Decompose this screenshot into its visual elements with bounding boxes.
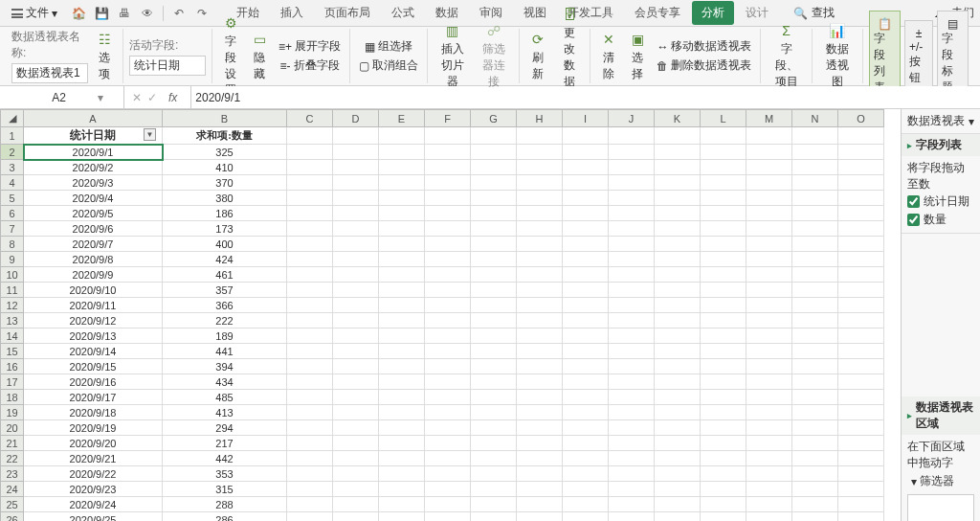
- row-header[interactable]: 13: [1, 313, 24, 328]
- row-header[interactable]: 16: [1, 359, 24, 374]
- cell[interactable]: 357: [163, 283, 287, 298]
- col-header-I[interactable]: I: [563, 110, 609, 127]
- chevron-down-icon[interactable]: ▾: [98, 91, 103, 104]
- row-header[interactable]: 4: [1, 175, 24, 191]
- row-header[interactable]: 11: [1, 283, 24, 298]
- tab-analysis[interactable]: 分析: [692, 1, 734, 25]
- col-header-A[interactable]: A: [24, 110, 163, 127]
- cell[interactable]: 2020/9/12: [24, 313, 163, 328]
- refresh-button[interactable]: ⟳刷新: [525, 29, 550, 84]
- tab-insert[interactable]: 插入: [271, 1, 313, 25]
- col-header-O[interactable]: O: [838, 110, 884, 127]
- hide-button[interactable]: ▭隐藏: [247, 29, 272, 84]
- tab-layout[interactable]: 页面布局: [315, 1, 380, 25]
- plus-minus-toggle[interactable]: ±+/- 按钮: [904, 20, 933, 93]
- row-header[interactable]: 2: [1, 145, 24, 160]
- cell[interactable]: 413: [163, 405, 287, 420]
- cell[interactable]: 2020/9/5: [24, 206, 163, 221]
- active-field-value[interactable]: 统计日期: [129, 56, 206, 76]
- col-header-J[interactable]: J: [609, 110, 655, 127]
- row-header[interactable]: 6: [1, 206, 24, 221]
- cell[interactable]: 434: [163, 374, 287, 390]
- row-header[interactable]: 20: [1, 420, 24, 436]
- cell[interactable]: 2020/9/6: [24, 221, 163, 237]
- cell[interactable]: 186: [163, 206, 287, 221]
- qa-preview-icon[interactable]: 👁: [140, 6, 155, 21]
- col-header-H[interactable]: H: [517, 110, 563, 127]
- cell[interactable]: 2020/9/15: [24, 359, 163, 374]
- search-button[interactable]: 🔍 查找: [793, 5, 835, 21]
- cell[interactable]: 2020/9/10: [24, 283, 163, 298]
- row-header[interactable]: 26: [1, 512, 24, 522]
- cell[interactable]: 485: [163, 390, 287, 405]
- select-button[interactable]: ▣选择: [625, 29, 650, 84]
- cell[interactable]: 288: [163, 497, 287, 512]
- fx-icon[interactable]: fx: [163, 91, 183, 104]
- cell[interactable]: 2020/9/4: [24, 191, 163, 206]
- cell[interactable]: 410: [163, 160, 287, 175]
- qa-redo-icon[interactable]: ↷: [194, 6, 210, 21]
- cell[interactable]: 2020/9/19: [24, 420, 163, 436]
- cell[interactable]: 442: [163, 451, 287, 466]
- col-header-M[interactable]: M: [746, 110, 792, 127]
- cell[interactable]: 217: [163, 436, 287, 451]
- cell[interactable]: 325: [163, 145, 287, 160]
- pivot-col-a-header[interactable]: 统计日期▼: [24, 127, 163, 145]
- clear-button[interactable]: ✕清除: [596, 29, 621, 84]
- cell[interactable]: 2020/9/1: [24, 145, 163, 160]
- insert-slicer-button[interactable]: ▥插入切片器: [434, 20, 471, 92]
- cancel-icon[interactable]: ✕: [132, 91, 142, 104]
- options-button[interactable]: ☷ 选项: [92, 29, 117, 84]
- select-all-corner[interactable]: ◢: [1, 110, 24, 127]
- cell[interactable]: 400: [163, 237, 287, 252]
- row-header[interactable]: 23: [1, 466, 24, 482]
- row-header[interactable]: 19: [1, 405, 24, 420]
- areas-header[interactable]: ▸数据透视表区域: [902, 396, 980, 435]
- accept-icon[interactable]: ✓: [147, 91, 157, 104]
- cell[interactable]: 189: [163, 328, 287, 344]
- pivot-col-b-header[interactable]: 求和项:数量: [163, 127, 287, 145]
- delete-pt-button[interactable]: 🗑删除数据透视表: [654, 57, 754, 75]
- ungroup-button[interactable]: ▢取消组合: [356, 57, 421, 75]
- cell[interactable]: 222: [163, 313, 287, 328]
- name-box-input[interactable]: [21, 91, 98, 104]
- col-header-F[interactable]: F: [425, 110, 471, 127]
- qa-save-icon[interactable]: 💾: [94, 6, 109, 21]
- fields-items-button[interactable]: Σ字段、项目: [767, 20, 805, 92]
- cell[interactable]: 394: [163, 359, 287, 374]
- col-header-L[interactable]: L: [701, 110, 746, 127]
- cell[interactable]: 315: [163, 482, 287, 497]
- cell[interactable]: 2020/9/17: [24, 390, 163, 405]
- cell[interactable]: 366: [163, 298, 287, 313]
- cell[interactable]: 2020/9/9: [24, 267, 163, 283]
- filter-drop-zone[interactable]: [907, 494, 974, 521]
- cell[interactable]: 173: [163, 221, 287, 237]
- cell[interactable]: 286: [163, 512, 287, 522]
- cell[interactable]: 2020/9/3: [24, 175, 163, 191]
- row-header[interactable]: 1: [1, 127, 24, 145]
- field-check-date[interactable]: 统计日期: [907, 193, 974, 211]
- name-box[interactable]: ▾: [0, 86, 124, 108]
- cell[interactable]: 2020/9/8: [24, 252, 163, 267]
- col-header-G[interactable]: G: [471, 110, 517, 127]
- row-header[interactable]: 3: [1, 160, 24, 175]
- cell[interactable]: 2020/9/20: [24, 436, 163, 451]
- col-header-B[interactable]: B: [163, 110, 287, 127]
- qa-home-icon[interactable]: 🏠: [71, 6, 86, 21]
- pivot-chart-button[interactable]: 📊数据透视图: [818, 20, 857, 92]
- dropdown-icon[interactable]: ▼: [144, 128, 156, 141]
- file-menu[interactable]: 文件 ▾: [6, 3, 63, 23]
- col-header-C[interactable]: C: [287, 110, 333, 127]
- spreadsheet[interactable]: ◢ ABCDEFGHIJKLMNO 1统计日期▼求和项:数量22020/9/13…: [0, 109, 901, 521]
- row-header[interactable]: 14: [1, 328, 24, 344]
- row-header[interactable]: 8: [1, 237, 24, 252]
- cell[interactable]: 2020/9/2: [24, 160, 163, 175]
- row-header[interactable]: 7: [1, 221, 24, 237]
- row-header[interactable]: 10: [1, 267, 24, 283]
- cell[interactable]: 2020/9/24: [24, 497, 163, 512]
- row-header[interactable]: 17: [1, 374, 24, 390]
- field-check-qty[interactable]: 数量: [907, 211, 974, 229]
- cell[interactable]: 441: [163, 344, 287, 359]
- collapse-field-button[interactable]: ≡-折叠字段: [278, 57, 343, 75]
- cell[interactable]: 2020/9/13: [24, 328, 163, 344]
